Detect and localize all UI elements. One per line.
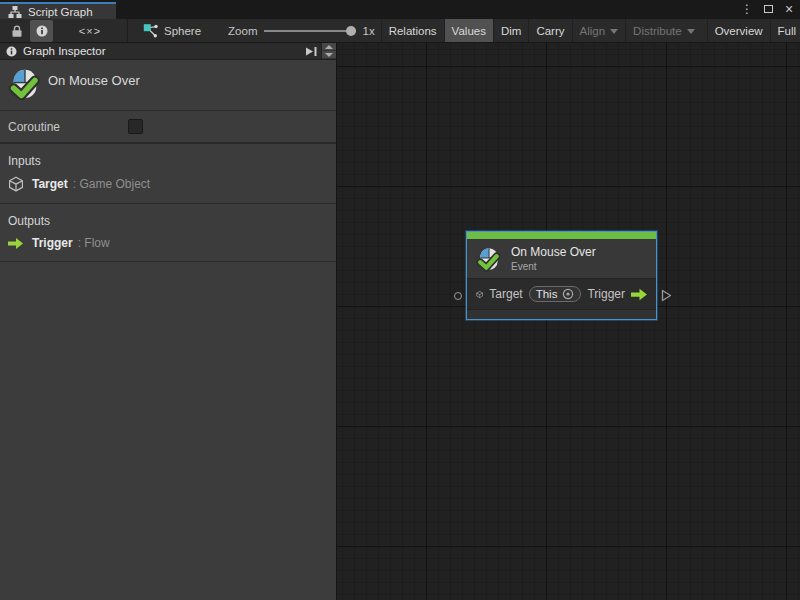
maximize-icon[interactable] xyxy=(761,2,775,16)
cube-icon xyxy=(8,176,24,192)
node-accent-bar xyxy=(467,232,656,239)
node-footer xyxy=(467,309,656,319)
chevron-down-icon xyxy=(610,29,618,34)
coroutine-label: Coroutine xyxy=(8,120,128,134)
inputs-section: Inputs Target : Game Object xyxy=(0,144,336,204)
graph-reference[interactable]: Sphere xyxy=(143,23,201,38)
toolbar-right-group: Relations Values Dim Carry Align Distrib… xyxy=(381,19,800,42)
window-controls: ⋮ × xyxy=(740,0,796,18)
on-mouse-over-icon xyxy=(8,67,42,101)
inspector-toggle-button[interactable] xyxy=(30,20,53,42)
info-icon xyxy=(6,46,17,57)
coroutine-checkbox[interactable] xyxy=(128,119,143,134)
target-port-label: Target xyxy=(489,287,522,301)
main-area: Graph Inspector On Mouse Over xyxy=(0,43,800,600)
tab-script-graph[interactable]: Script Graph xyxy=(0,2,116,19)
triangle-down-icon xyxy=(325,53,333,57)
graph-hierarchy-icon xyxy=(8,5,22,19)
distribute-dropdown: Distribute xyxy=(625,19,702,42)
input-port-circle[interactable] xyxy=(454,292,462,300)
graph-inspector-panel: Graph Inspector On Mouse Over xyxy=(0,43,337,600)
object-picker-icon[interactable] xyxy=(562,288,574,300)
zoom-label: Zoom xyxy=(228,25,257,37)
chevron-down-icon xyxy=(687,29,695,34)
output-row-trigger: Trigger : Flow xyxy=(0,236,336,250)
toolbar-left-group: <×> Sphere Zoom 1x xyxy=(0,19,381,42)
relations-button[interactable]: Relations xyxy=(381,19,444,42)
node-subtitle: Event xyxy=(511,261,596,272)
inspector-empty-area xyxy=(0,262,336,600)
scroll-down-button[interactable] xyxy=(322,51,336,59)
node-header[interactable]: On Mouse Over Event xyxy=(467,239,656,278)
script-graph-asset-icon xyxy=(143,23,158,38)
inputs-heading: Inputs xyxy=(0,151,336,176)
info-icon xyxy=(36,25,48,37)
output-type: : Flow xyxy=(78,236,110,250)
align-dropdown: Align xyxy=(572,19,626,42)
values-button[interactable]: Values xyxy=(444,19,493,42)
outputs-section: Outputs Trigger : Flow xyxy=(0,204,336,262)
on-mouse-over-icon xyxy=(476,246,502,272)
on-mouse-over-node[interactable]: On Mouse Over Event Target This xyxy=(466,231,657,320)
toolbar-separator xyxy=(127,19,128,42)
lock-button[interactable] xyxy=(4,20,30,42)
more-menu-icon[interactable]: ⋮ xyxy=(740,2,754,16)
tab-label: Script Graph xyxy=(28,6,93,18)
zoom-slider-track xyxy=(264,30,356,32)
input-name: Target xyxy=(32,177,68,191)
flow-arrow-icon xyxy=(8,237,24,250)
carry-button[interactable]: Carry xyxy=(528,19,571,42)
zoom-slider-thumb[interactable] xyxy=(346,26,356,36)
graph-name: Sphere xyxy=(164,25,201,37)
coroutine-row: Coroutine xyxy=(0,111,336,144)
fullscreen-button[interactable]: Full Screen xyxy=(770,19,800,42)
graph-inspector-header: Graph Inspector xyxy=(0,43,336,60)
lock-icon xyxy=(11,24,23,38)
cube-icon xyxy=(476,287,483,302)
triangle-up-icon xyxy=(325,45,333,49)
dock-panel-button[interactable] xyxy=(301,43,321,59)
node-ports-row: Target This Trigger xyxy=(467,278,656,309)
dim-button[interactable]: Dim xyxy=(493,19,528,42)
input-row-target: Target : Game Object xyxy=(0,176,336,192)
output-name: Trigger xyxy=(32,236,73,250)
preview-code-button[interactable]: <×> xyxy=(53,20,127,42)
scroll-up-button[interactable] xyxy=(322,43,336,51)
zoom-slider[interactable] xyxy=(264,26,356,36)
selected-unit-section: On Mouse Over xyxy=(0,60,336,111)
panel-scroll-arrows xyxy=(321,43,336,59)
outputs-heading: Outputs xyxy=(0,211,336,236)
trigger-port-label: Trigger xyxy=(587,287,625,301)
dock-right-icon xyxy=(305,46,318,57)
this-value-button[interactable]: This xyxy=(529,286,582,302)
zoom-value: 1x xyxy=(363,25,375,37)
flow-arrow-icon xyxy=(631,288,648,301)
input-type: : Game Object xyxy=(73,177,150,191)
tab-bar: Script Graph ⋮ × xyxy=(0,0,800,19)
graph-canvas[interactable]: On Mouse Over Event Target This xyxy=(337,43,800,600)
output-port-triangle[interactable] xyxy=(661,289,672,302)
close-icon[interactable]: × xyxy=(782,2,796,16)
overview-button[interactable]: Overview xyxy=(707,19,770,42)
graph-toolbar: <×> Sphere Zoom 1x Relations Val xyxy=(0,19,800,43)
node-title: On Mouse Over xyxy=(511,245,596,259)
script-graph-window: Script Graph ⋮ × <×> xyxy=(0,0,800,600)
graph-inspector-title: Graph Inspector xyxy=(23,45,105,57)
unit-title: On Mouse Over xyxy=(48,73,140,88)
